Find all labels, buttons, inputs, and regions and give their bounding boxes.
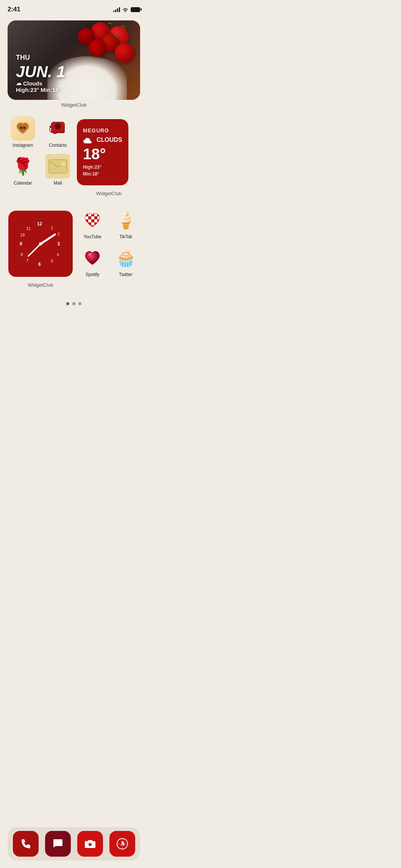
svg-rect-41 (94, 219, 97, 222)
calendar-label: Calendar (14, 180, 32, 186)
apps-weather-row: Instagram Contacts (0, 113, 148, 205)
instagram-label: Instagram (13, 143, 33, 148)
svg-text:2: 2 (58, 232, 60, 236)
contacts-app[interactable]: Contacts (41, 113, 76, 151)
mail-app[interactable]: Mail (41, 151, 76, 189)
weather-widget-label: WidgetClub (96, 191, 122, 196)
calendar-app[interactable]: 🌹 Calendar (5, 151, 41, 189)
apps-grid-bottom: YouTube 🍦 TikTok (76, 205, 142, 280)
svg-rect-47 (97, 222, 100, 225)
widget-temp: High:23° Min:18° (16, 87, 66, 93)
svg-rect-35 (91, 216, 94, 219)
svg-text:12: 12 (37, 221, 42, 226)
svg-rect-10 (49, 160, 67, 173)
youtube-icon (80, 208, 105, 232)
svg-rect-40 (91, 219, 94, 222)
clock-widget[interactable]: 12 3 6 9 1 2 4 5 7 8 11 10 (8, 211, 73, 277)
tiktok-app[interactable]: 🍦 TikTok (109, 205, 142, 242)
svg-rect-8 (50, 126, 53, 128)
spotify-app[interactable]: Spotify (76, 242, 109, 280)
weather-widget-area[interactable]: Meguro Clouds 18° High:23° Min:18° Widge… (75, 113, 142, 205)
youtube-app[interactable]: YouTube (76, 205, 109, 242)
clock-widget-label: WidgetClub (28, 282, 53, 288)
spotify-icon (80, 245, 105, 270)
status-time: 2:41 (8, 6, 20, 13)
svg-rect-39 (88, 219, 91, 222)
mail-label: Mail (54, 180, 62, 186)
widget-weather: ☁☁ CloudsClouds (16, 80, 66, 87)
status-bar: 2:41 (0, 0, 148, 17)
twitter-icon: 🧁 (114, 245, 138, 270)
clock-face: 12 3 6 9 1 2 4 5 7 8 11 10 (16, 219, 65, 269)
svg-text:6: 6 (38, 262, 41, 267)
svg-point-1 (23, 127, 25, 129)
wifi-icon (122, 7, 128, 12)
instagram-app[interactable]: Instagram (5, 113, 41, 151)
svg-point-27 (39, 242, 42, 245)
svg-text:11: 11 (26, 226, 31, 230)
svg-text:5: 5 (51, 259, 53, 263)
big-widget-label: WidgetClub (0, 102, 148, 108)
contacts-label: Contacts (49, 143, 67, 148)
svg-rect-45 (91, 222, 94, 225)
svg-rect-34 (88, 216, 91, 219)
svg-line-26 (28, 244, 41, 256)
weather-location: Meguro (83, 127, 122, 134)
dot-2[interactable] (72, 302, 75, 305)
apps-grid-top: Instagram Contacts (5, 113, 75, 189)
weather-widget-small[interactable]: Meguro Clouds 18° High:23° Min:18° (77, 119, 128, 185)
svg-text:8: 8 (21, 253, 23, 257)
calendar-icon: 🌹 (11, 154, 35, 179)
signal-icon (113, 7, 120, 12)
svg-text:1: 1 (51, 226, 53, 230)
status-icons (113, 7, 140, 12)
svg-point-6 (57, 126, 59, 127)
widget-date: Jun. 1 (16, 64, 66, 80)
twitter-app[interactable]: 🧁 Twitter (109, 242, 142, 280)
tiktok-icon: 🍦 (114, 208, 138, 232)
tiktok-label: TikTok (119, 234, 132, 239)
dot-1[interactable] (66, 302, 69, 305)
svg-rect-51 (94, 225, 97, 228)
contacts-icon (45, 116, 70, 141)
svg-line-25 (41, 234, 55, 244)
svg-rect-48 (85, 225, 88, 228)
svg-rect-36 (94, 216, 97, 219)
svg-text:3: 3 (57, 241, 60, 247)
spotify-label: Spotify (86, 272, 100, 277)
battery-icon (131, 7, 140, 12)
svg-rect-32 (97, 213, 100, 216)
widget-day: Thu (16, 54, 66, 62)
clock-apps-row: 12 3 6 9 1 2 4 5 7 8 11 10 Widget (0, 205, 148, 296)
svg-rect-12 (61, 162, 66, 166)
svg-rect-37 (97, 216, 100, 219)
svg-point-0 (20, 127, 22, 129)
youtube-label: YouTube (83, 234, 101, 239)
dot-3[interactable] (78, 302, 81, 305)
svg-text:10: 10 (20, 233, 25, 237)
svg-text:7: 7 (26, 258, 28, 262)
twitter-label: Twitter (119, 272, 132, 277)
big-weather-widget[interactable]: Thu Jun. 1 ☁☁ CloudsClouds High:23° Min:… (8, 20, 140, 100)
svg-text:4: 4 (57, 253, 59, 257)
instagram-icon (11, 116, 35, 141)
page-dots (0, 302, 148, 305)
mail-icon (45, 154, 70, 179)
weather-highlow: High:23° Min:18° (83, 164, 122, 177)
svg-text:9: 9 (20, 241, 22, 247)
svg-rect-33 (85, 216, 88, 219)
svg-rect-52 (97, 225, 100, 228)
weather-temp: 18° (83, 146, 122, 161)
weather-condition: Clouds (83, 136, 122, 144)
